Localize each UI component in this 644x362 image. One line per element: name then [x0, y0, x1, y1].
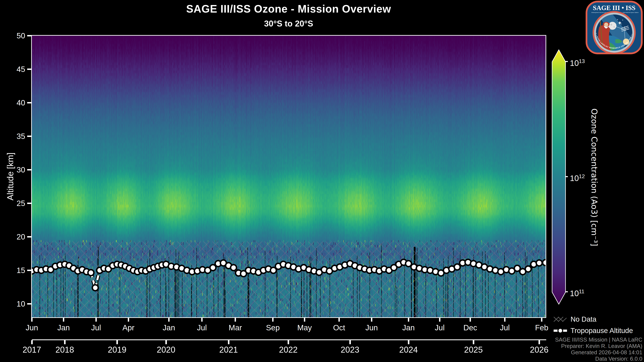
year-tick-label: 2026: [522, 345, 556, 355]
y-tick-label: 10: [3, 299, 25, 309]
x-tick-label: Mar: [220, 323, 250, 332]
x-tick-mark: [63, 318, 64, 322]
patch-subtitle-right: International Space Station: [623, 12, 639, 13]
y-tick-mark: [27, 236, 31, 238]
y-tick-mark: [27, 303, 31, 305]
x-tick-label: Jul: [490, 323, 520, 332]
x-tick-mark: [338, 318, 340, 322]
year-tick-label: 2017: [15, 345, 49, 355]
y-tick-mark: [27, 203, 31, 204]
colorbar: [552, 49, 566, 305]
year-tick-mark: [408, 340, 410, 344]
x-tick-label: Apr: [113, 323, 144, 332]
footer-line: SAGE III/ISS Mission | NASA LaRC: [555, 337, 642, 343]
year-tick-mark: [538, 340, 540, 344]
year-tick-mark: [228, 340, 230, 344]
x-tick-label: Dec: [455, 323, 485, 332]
colorbar-tick-mark: [565, 176, 568, 177]
x-tick-mark: [128, 318, 129, 322]
legend-label: No Data: [570, 315, 596, 323]
legend: No Data Tropopause Altitude: [553, 314, 633, 337]
x-tick-mark: [371, 318, 372, 322]
x-tick-label: May: [290, 323, 320, 332]
chart-title: SAGE III/ISS Ozone - Mission Overview: [0, 3, 577, 15]
year-tick-mark: [116, 340, 118, 344]
x-tick-mark: [504, 318, 506, 322]
y-tick-mark: [27, 169, 31, 170]
legend-item-tropopause: Tropopause Altitude: [553, 326, 633, 336]
x-tick-label: Jan: [394, 323, 424, 332]
x-tick-mark: [470, 318, 471, 322]
year-tick-label: 2019: [100, 345, 134, 355]
x-tick-label: Jul: [81, 323, 111, 332]
footer-line: Preparer: Kevin R. Leavor (AMA): [555, 343, 642, 349]
colorbar-tick-mark: [565, 61, 568, 62]
year-tick-label: 2024: [392, 345, 425, 355]
x-tick-label: Jul: [425, 323, 455, 332]
y-tick-mark: [27, 68, 31, 70]
colorbar-tick-label: 1013: [570, 56, 585, 68]
no-data-hatch-icon: [553, 315, 568, 324]
y-tick-label: 50: [3, 31, 25, 40]
year-tick-label: 2022: [272, 345, 305, 355]
x-tick-label: Jul: [187, 323, 217, 332]
x-tick-label: Jan: [154, 323, 184, 332]
y-tick-label: 15: [3, 266, 25, 275]
x-tick-mark: [304, 318, 305, 322]
x-tick-mark: [31, 318, 32, 322]
y-tick-mark: [27, 270, 31, 271]
colorbar-tick-label: 1011: [570, 287, 584, 298]
footer-credits: SAGE III/ISS Mission | NASA LaRC Prepare…: [555, 337, 642, 362]
x-tick-mark: [272, 318, 274, 322]
year-tick-label: 2018: [48, 345, 82, 355]
plot-area[interactable]: [31, 35, 546, 318]
x-tick-label: Jun: [17, 323, 47, 332]
x-tick-label: Oct: [324, 323, 354, 332]
x-tick-mark: [439, 318, 440, 322]
year-tick-mark: [349, 340, 351, 344]
mission-logo: SAGE III • ISS Stratospheric Aerosol and…: [586, 1, 643, 54]
tropopause-line-icon: [553, 326, 568, 335]
y-tick-mark: [27, 102, 31, 103]
x-tick-label: Sep: [258, 323, 288, 332]
patch-title: SAGE III • ISS: [593, 4, 636, 11]
y-tick-label: 20: [3, 232, 25, 242]
year-tick-label: 2025: [457, 345, 490, 355]
legend-item-no-data: No Data: [553, 314, 633, 324]
x-tick-mark: [541, 318, 542, 322]
y-tick-label: 45: [3, 64, 25, 74]
x-tick-mark: [201, 318, 202, 322]
year-tick-label: 2021: [212, 345, 245, 355]
x-tick-mark: [96, 318, 97, 322]
y-tick-label: 25: [3, 199, 25, 208]
x-tick-mark: [168, 318, 170, 322]
y-tick-label: 30: [3, 165, 25, 174]
colorbar-tick-label: 1012: [570, 172, 585, 183]
x-tick-mark: [234, 318, 236, 322]
figure-root: SAGE III/ISS Ozone - Mission Overview 30…: [0, 0, 644, 362]
y-tick-mark: [27, 35, 31, 36]
colorbar-title: Ozone Concentration (Ao3) [cm⁻³]: [589, 60, 599, 295]
x-tick-label: Feb: [526, 323, 557, 332]
year-tick-mark: [31, 340, 33, 344]
x-tick-label: Jun: [356, 323, 387, 332]
year-tick-label: 2020: [149, 345, 183, 355]
year-tick-mark: [165, 340, 167, 344]
x-tick-label: Jan: [48, 323, 79, 332]
y-tick-mark: [27, 136, 31, 137]
year-tick-mark: [288, 340, 289, 344]
y-tick-label: 40: [3, 98, 25, 107]
footer-line: Generated 2026-04-08 14:01: [555, 349, 642, 356]
colorbar-tick-mark: [565, 291, 568, 292]
year-tick-mark: [64, 340, 66, 344]
year-tick-label: 2023: [333, 345, 367, 355]
chart-subtitle: 30°S to 20°S: [0, 19, 577, 28]
footer-line: Data Version: 6.0.0: [555, 356, 642, 362]
y-tick-label: 35: [3, 132, 25, 141]
x-tick-mark: [408, 318, 409, 322]
year-tick-mark: [473, 340, 474, 344]
tropopause-line: [32, 36, 546, 317]
legend-label: Tropopause Altitude: [570, 327, 633, 335]
